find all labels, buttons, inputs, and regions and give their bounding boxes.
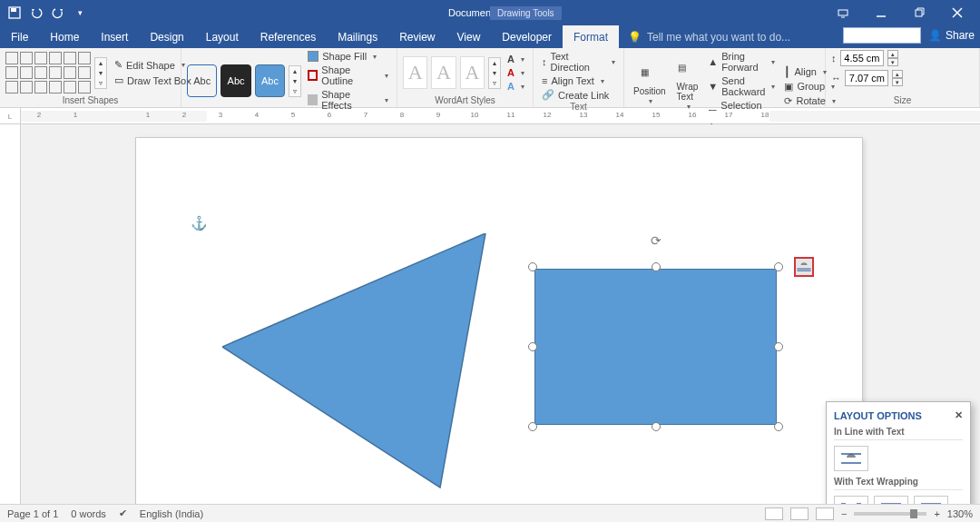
link-icon: 🔗 <box>542 89 554 101</box>
ribbon: ▴▾▿ ✎Edit Shape ▭Draw Text Box Insert Sh… <box>0 48 980 108</box>
word-count[interactable]: 0 words <box>71 508 106 519</box>
tab-mailings[interactable]: Mailings <box>327 25 388 48</box>
wrap-text-button[interactable]: ▤Wrap Text <box>673 63 702 111</box>
height-spinner[interactable]: ▴▾ <box>887 50 898 66</box>
create-link-button[interactable]: 🔗Create Link <box>539 88 612 102</box>
wordart-scroll[interactable]: ▴▾▿ <box>488 57 501 89</box>
web-layout-button[interactable] <box>816 507 834 520</box>
save-icon[interactable] <box>5 4 24 22</box>
resize-handle[interactable] <box>528 342 537 351</box>
read-mode-button[interactable] <box>765 507 783 520</box>
undo-icon[interactable] <box>27 4 45 22</box>
bring-forward-button[interactable]: ▲Bring Forward <box>705 50 778 74</box>
effects-icon <box>308 94 318 105</box>
text-outline-button[interactable]: A <box>505 66 527 79</box>
group-label: Size <box>831 95 974 107</box>
group-insert-shapes: ▴▾▿ ✎Edit Shape ▭Draw Text Box Insert Sh… <box>0 48 181 107</box>
shape-fill-button[interactable]: Shape Fill <box>305 50 391 63</box>
svg-rect-2 <box>838 10 848 15</box>
position-button[interactable]: ▦Position <box>630 67 670 105</box>
tab-references[interactable]: References <box>250 25 327 48</box>
zoom-slider[interactable] <box>854 512 926 516</box>
group-wordart-styles: A A A ▴▾▿ A A A WordArt Styles <box>397 48 534 107</box>
resize-handle[interactable] <box>528 262 537 271</box>
tab-format[interactable]: Format <box>563 25 619 48</box>
resize-handle[interactable] <box>774 342 783 351</box>
wrap-section-label: With Text Wrapping <box>834 477 963 490</box>
text-effects-button[interactable]: A <box>505 80 527 93</box>
wordart-style-3[interactable]: A <box>460 56 485 89</box>
tab-home[interactable]: Home <box>39 25 90 48</box>
redo-icon[interactable] <box>49 4 67 22</box>
shapes-gallery-scroll[interactable]: ▴▾▿ <box>94 57 107 89</box>
horizontal-ruler[interactable]: 21123456789101112131415161718 <box>21 108 980 123</box>
share-button[interactable]: 👤Share <box>928 29 975 42</box>
resize-handle[interactable] <box>774 262 783 271</box>
tab-file[interactable]: File <box>0 25 39 48</box>
text-direction-button[interactable]: ↕Text Direction <box>539 50 618 74</box>
print-layout-button[interactable] <box>790 507 808 520</box>
tab-layout[interactable]: Layout <box>195 25 250 48</box>
rotate-handle[interactable]: ⟳ <box>651 233 662 248</box>
triangle-shape[interactable] <box>222 233 504 497</box>
shape-style-3[interactable]: Abc <box>255 64 285 97</box>
wordart-style-2[interactable]: A <box>431 56 456 89</box>
ruler-area: L 21123456789101112131415161718 <box>0 108 980 124</box>
shape-style-2[interactable]: Abc <box>220 64 250 97</box>
wordart-style-1[interactable]: A <box>403 56 427 89</box>
vertical-ruler[interactable] <box>0 124 21 504</box>
resize-handle[interactable] <box>528 422 537 431</box>
zoom-level[interactable]: 130% <box>947 508 973 519</box>
height-input[interactable] <box>840 50 884 66</box>
rotate-icon: ⟳ <box>784 95 792 107</box>
group-shape-styles: Abc Abc Abc ▴▾▿ Shape Fill Shape Outline… <box>181 48 397 107</box>
bring-forward-icon: ▲ <box>708 56 718 67</box>
tab-view[interactable]: View <box>446 25 492 48</box>
title-bar: ▾ Document1 - Word Drawing Tools <box>0 0 980 25</box>
search-input[interactable] <box>843 27 921 44</box>
resize-handle[interactable] <box>774 422 783 431</box>
ribbon-options-icon[interactable] <box>828 0 858 25</box>
tab-design[interactable]: Design <box>139 25 194 48</box>
shape-outline-button[interactable]: Shape Outline <box>305 64 391 87</box>
position-icon: ▦ <box>641 67 659 85</box>
shape-style-1[interactable]: Abc <box>187 64 217 97</box>
svg-marker-7 <box>222 233 485 488</box>
close-icon[interactable]: ✕ <box>955 409 963 421</box>
status-bar: Page 1 of 1 0 words ✔ English (India) − … <box>0 504 980 522</box>
zoom-out-button[interactable]: − <box>841 508 847 519</box>
close-icon[interactable] <box>942 0 973 25</box>
minimize-icon[interactable] <box>866 0 897 25</box>
svg-rect-1 <box>11 8 16 12</box>
width-icon: ↔ <box>831 73 841 84</box>
rectangle-shape-selected[interactable]: ⟳ <box>526 261 785 433</box>
tell-me[interactable]: 💡Tell me what you want to do... <box>619 25 799 48</box>
restore-icon[interactable] <box>904 0 935 25</box>
align-text-button[interactable]: ≡Align Text <box>539 74 607 87</box>
tab-review[interactable]: Review <box>388 25 446 48</box>
resize-handle[interactable] <box>652 422 661 431</box>
width-input[interactable] <box>845 70 888 86</box>
shapes-gallery[interactable] <box>5 52 91 94</box>
page-indicator[interactable]: Page 1 of 1 <box>7 508 58 519</box>
proofing-icon[interactable]: ✔ <box>119 507 127 519</box>
rectangle-shape[interactable] <box>534 269 777 425</box>
inline-section-label: In Line with Text <box>834 427 963 440</box>
text-fill-button[interactable]: A <box>505 53 527 65</box>
group-icon: ▣ <box>784 81 793 93</box>
width-spinner[interactable]: ▴▾ <box>892 70 903 86</box>
shape-styles-scroll[interactable]: ▴▾▿ <box>289 65 301 97</box>
layout-options-button[interactable] <box>794 257 814 277</box>
page[interactable]: ⚓ ⟳ <box>136 138 862 522</box>
language-indicator[interactable]: English (India) <box>140 508 203 519</box>
tab-insert[interactable]: Insert <box>90 25 139 48</box>
align-icon: ┃ <box>784 66 790 78</box>
resize-handle[interactable] <box>652 262 661 271</box>
contextual-tab-label: Drawing Tools <box>490 6 562 20</box>
send-backward-button[interactable]: ▼Send Backward <box>705 74 778 98</box>
tab-developer[interactable]: Developer <box>491 25 563 48</box>
zoom-in-button[interactable]: + <box>934 508 939 519</box>
anchor-icon: ⚓ <box>191 215 208 231</box>
layout-inline-option[interactable] <box>834 446 868 471</box>
qat-more-icon[interactable]: ▾ <box>71 4 89 22</box>
